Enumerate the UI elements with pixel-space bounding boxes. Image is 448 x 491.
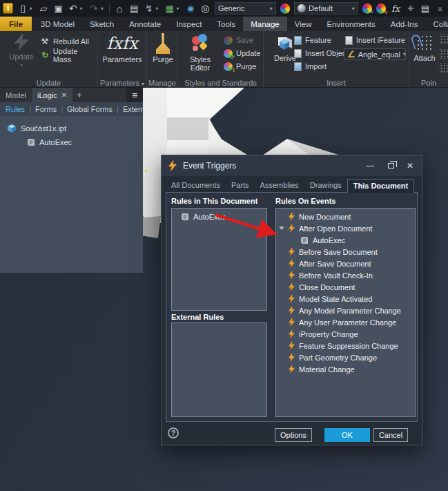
update-button[interactable]: Update ▾ xyxy=(4,33,39,68)
redo-icon[interactable] xyxy=(88,3,99,14)
event-row[interactable]: New Document xyxy=(276,211,415,222)
inventor-window: ▾ ▾ ▾ ▾ ▾ Generic ▾ Default ▾ + x xyxy=(0,0,448,491)
dialog-tab-drawings[interactable]: Drawings xyxy=(304,179,347,192)
presence-icon[interactable] xyxy=(185,3,195,14)
options-button[interactable]: Options xyxy=(275,428,312,442)
event-row[interactable]: Close Document xyxy=(276,281,415,293)
point-cloud-icon[interactable] xyxy=(440,35,448,44)
ifeature-select[interactable]: Angle_equal ▾ xyxy=(344,48,406,60)
styles-update-button[interactable]: ⟳ Update xyxy=(224,48,260,59)
event-row[interactable]: Before Save Document xyxy=(276,246,415,258)
minimize-button[interactable]: — xyxy=(360,155,380,176)
browser-tab-ilogic[interactable]: iLogic ✕ xyxy=(32,88,72,102)
restore-button[interactable] xyxy=(380,155,401,176)
rules-list[interactable]: AutoExec xyxy=(171,208,267,311)
new-file-icon[interactable] xyxy=(17,3,28,14)
undo-icon[interactable] xyxy=(68,3,78,14)
rebuild-all-button[interactable]: Rebuild All xyxy=(40,36,89,47)
styles-save-button[interactable]: Save xyxy=(224,35,253,46)
event-row[interactable]: Material Change xyxy=(276,363,415,375)
dialog-tab-all-documents[interactable]: All Documents xyxy=(166,179,226,192)
browser-menu-icon[interactable]: ≡ xyxy=(126,88,143,102)
event-row[interactable]: Part Geometry Change xyxy=(276,352,415,363)
event-row[interactable]: Before Vault Check-In xyxy=(276,269,415,281)
save-icon[interactable] xyxy=(53,3,64,14)
tab-add-ins[interactable]: Add-Ins xyxy=(383,17,426,31)
close-button[interactable]: ✕ xyxy=(400,155,420,176)
inventor-logo[interactable] xyxy=(3,3,13,14)
events-list[interactable]: New Document After Open Document AutoExe… xyxy=(275,208,416,417)
styles-editor-button[interactable]: Styles Editor xyxy=(181,33,220,72)
open-file-icon[interactable] xyxy=(39,3,49,14)
point-cloud-icon-2[interactable] xyxy=(440,49,448,59)
tree-item-document[interactable]: Součást1x.ipt xyxy=(0,122,143,135)
cancel-button[interactable]: Cancel xyxy=(373,428,408,442)
new-file-caret[interactable]: ▾ xyxy=(30,6,35,12)
event-row[interactable]: After Save Document xyxy=(276,258,415,269)
update-mass-button[interactable]: Update Mass xyxy=(40,50,97,61)
dialog-tab-parts[interactable]: Parts xyxy=(226,179,255,192)
appearance-select[interactable]: Default ▾ xyxy=(294,2,358,15)
event-row[interactable]: iProperty Change xyxy=(276,328,415,340)
lightning-caret[interactable]: ▾ xyxy=(155,6,160,12)
import-button[interactable]: Import xyxy=(294,61,327,72)
adjust-wheel-add-icon[interactable]: + xyxy=(362,3,372,14)
tab-manage[interactable]: Manage xyxy=(243,17,287,31)
fx-icon[interactable] xyxy=(390,3,400,14)
tab-environments[interactable]: Environments xyxy=(319,17,382,31)
add-tab-button[interactable]: + xyxy=(72,88,86,102)
add-icon[interactable] xyxy=(405,3,416,14)
event-row-expanded[interactable]: After Open Document xyxy=(276,222,415,234)
parameters-button[interactable]: fx Parameters xyxy=(105,33,139,64)
tab-file[interactable]: File xyxy=(0,17,32,31)
event-row[interactable]: Feature Suppression Change xyxy=(276,340,415,352)
subtab-external[interactable]: Extern xyxy=(123,105,143,113)
ok-button[interactable]: OK xyxy=(324,428,370,442)
browser-tab-model[interactable]: Model xyxy=(0,88,32,102)
tab-collaborate[interactable]: Collaborate xyxy=(425,17,448,31)
event-row[interactable]: Any Model Parameter Change xyxy=(276,305,415,316)
component-select-icon[interactable] xyxy=(164,3,175,14)
redo-caret[interactable]: ▾ xyxy=(101,6,106,12)
tab-annotate[interactable]: Annotate xyxy=(121,17,168,31)
collapse-caret-icon[interactable] xyxy=(279,227,284,230)
close-tab-icon[interactable]: ✕ xyxy=(61,91,67,99)
browser-tab-ilogic-label: iLogic xyxy=(37,91,57,99)
qat-collapse-icon[interactable] xyxy=(435,3,445,14)
doc-add-icon[interactable] xyxy=(420,3,430,14)
tab-view[interactable]: View xyxy=(287,17,320,31)
color-wheel-icon[interactable] xyxy=(280,3,290,14)
event-row[interactable]: Any User Parameter Change xyxy=(276,316,415,328)
tab-3d-model[interactable]: 3D Model xyxy=(33,17,82,31)
external-rules-list[interactable] xyxy=(171,322,267,417)
component-caret[interactable]: ▾ xyxy=(177,6,182,12)
home-icon[interactable] xyxy=(114,3,124,14)
tab-tools[interactable]: Tools xyxy=(209,17,243,31)
rule-list-item[interactable]: AutoExec xyxy=(172,209,266,220)
subtab-forms[interactable]: Forms xyxy=(35,105,57,113)
help-button[interactable]: ? xyxy=(168,427,179,439)
insert-ifeature-button[interactable]: Insert iFeature xyxy=(345,35,405,46)
event-rule-row[interactable]: AutoExec xyxy=(276,234,415,246)
clear-wheel-icon[interactable]: x xyxy=(376,3,386,14)
subtab-global-forms[interactable]: Global Forms xyxy=(67,105,113,113)
feature-button[interactable]: Feature xyxy=(294,35,331,46)
tab-sketch[interactable]: Sketch xyxy=(82,17,121,31)
ribbon-group-parameters: fx Parameters Parameters ▾ xyxy=(98,31,147,88)
render-wheel-icon[interactable] xyxy=(200,3,211,14)
paste-icon[interactable] xyxy=(129,3,139,14)
styles-purge-button[interactable]: ! Purge xyxy=(224,61,256,72)
tab-inspect[interactable]: Inspect xyxy=(168,17,209,31)
dialog-tab-assemblies[interactable]: Assemblies xyxy=(255,179,304,192)
qat-lightning-icon[interactable] xyxy=(144,3,154,14)
material-select[interactable]: Generic ▾ xyxy=(215,2,276,15)
dialog-tab-this-document[interactable]: This Document xyxy=(347,179,414,193)
event-row[interactable]: Model State Activated xyxy=(276,293,415,305)
purge-button[interactable]: Purge xyxy=(146,33,180,64)
attach-button[interactable]: Attach xyxy=(411,33,438,62)
insert-object-button[interactable]: Insert Object xyxy=(294,48,348,59)
tree-item-rule[interactable]: AutoExec xyxy=(0,135,143,149)
undo-caret[interactable]: ▾ xyxy=(80,6,85,12)
subtab-rules[interactable]: Rules xyxy=(6,105,25,113)
point-cloud-icon-3[interactable] xyxy=(440,64,448,73)
